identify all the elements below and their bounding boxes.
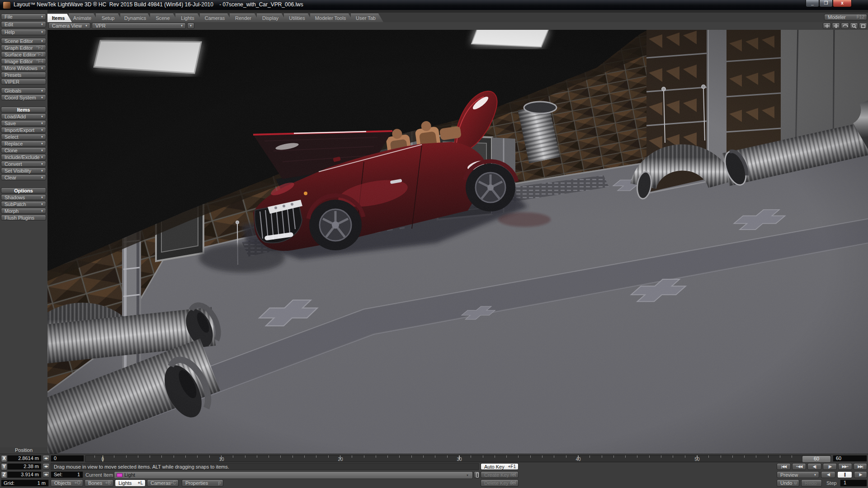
maximize-viewport-button[interactable] xyxy=(859,23,867,29)
auto-key-button[interactable]: Auto Key +F1 xyxy=(481,463,519,470)
tab-animate[interactable]: Animate xyxy=(69,14,99,22)
minimize-button[interactable]: _ xyxy=(806,0,819,7)
item-properties-mini-button[interactable] xyxy=(474,471,480,478)
tab-modeler-tools[interactable]: Modeler Tools xyxy=(310,14,354,22)
modeler-launch-button[interactable]: Modeler F12 xyxy=(824,14,867,20)
file-menu[interactable]: File▼ xyxy=(1,14,46,20)
tab-user-tab[interactable]: User Tab xyxy=(351,14,383,22)
left-sidebar: File▼ Edit▼ Help▼ Scene Editor▼ Graph Ed… xyxy=(0,10,47,488)
help-menu[interactable]: Help▼ xyxy=(1,29,46,35)
chevron-down-icon: ▼ xyxy=(41,22,43,27)
sidebar-item-image-editor[interactable]: Image Editor^F4 xyxy=(1,58,46,64)
x-stepper[interactable]: ◀▶ xyxy=(42,455,50,461)
y-value-field[interactable]: 2.38 m xyxy=(7,463,42,470)
tab-scene[interactable]: Scene xyxy=(150,14,178,22)
y-axis-button[interactable]: Y xyxy=(1,463,7,470)
current-frame-field[interactable]: 0 xyxy=(51,455,84,462)
sidebar-item-scene-editor[interactable]: Scene Editor▼ xyxy=(1,38,46,44)
z-stepper[interactable]: ◀▶ xyxy=(42,471,50,478)
current-item-dropdown[interactable]: Light ▼ xyxy=(114,471,473,479)
sidebar-item-clear[interactable]: Clear▼ xyxy=(1,174,46,180)
sidebar-item-include-exclude[interactable]: Include/Exclude▼ xyxy=(1,154,46,160)
chevron-down-icon: ▼ xyxy=(41,208,43,214)
sidebar-item-flush-plugins[interactable]: Flush Plugins xyxy=(1,215,46,221)
x-value-field[interactable]: 2.8614 m xyxy=(7,455,42,462)
sidebar-item-shadows[interactable]: Shadows▼ xyxy=(1,194,46,200)
sidebar-item-globals[interactable]: Globals▼ xyxy=(1,88,46,94)
delete-key-button[interactable]: Delete Key del xyxy=(481,479,519,487)
center-item-button[interactable] xyxy=(823,23,831,29)
chevron-down-icon: ▼ xyxy=(41,148,43,153)
go-last-frame-button[interactable]: ▶▶| xyxy=(854,463,867,470)
render-mode-dropdown[interactable]: VPR ▼ xyxy=(92,23,186,29)
prev-frame-button[interactable]: ◀|| xyxy=(807,463,821,470)
preview-dropdown[interactable]: Preview ▼ xyxy=(777,471,819,478)
tab-dynamics[interactable]: Dynamics xyxy=(120,14,153,22)
next-frame-button[interactable]: ||▶ xyxy=(823,463,837,470)
sidebar-item-replace[interactable]: Replace▼ xyxy=(1,141,46,146)
sidebar-item-coord-system[interactable]: Coord System▼ xyxy=(1,94,46,100)
sidebar-item-import-export[interactable]: Import/Export▼ xyxy=(1,127,46,133)
x-axis-button[interactable]: X xyxy=(1,455,7,462)
redo-button[interactable]: Redo xyxy=(801,479,822,487)
magnifier-icon xyxy=(852,24,857,28)
sidebar-item-convert[interactable]: Convert▼ xyxy=(1,161,46,167)
play-button[interactable]: ▶ xyxy=(854,471,867,478)
step-field[interactable]: 1 xyxy=(840,479,867,487)
tab-cameras[interactable]: Cameras xyxy=(200,14,232,22)
chevron-down-icon: ▼ xyxy=(41,155,43,160)
sidebar-header-options: Options xyxy=(1,188,46,193)
chevron-down-icon: ▼ xyxy=(41,127,43,133)
frame-slider-handle[interactable]: 60 xyxy=(802,455,831,463)
edit-menu[interactable]: Edit▼ xyxy=(1,21,46,28)
play-reverse-button[interactable]: ◀ xyxy=(821,471,835,478)
sidebar-item-more-windows[interactable]: More Windows▼ xyxy=(1,65,46,71)
sidebar-item-save[interactable]: Save▼ xyxy=(1,120,46,126)
z-value-field[interactable]: 3.914 m xyxy=(7,471,42,478)
sidebar-item-set-visibility[interactable]: Set Visibility▼ xyxy=(1,168,46,174)
current-item-label: Current Item xyxy=(85,472,113,478)
last-frame-field[interactable]: 60 xyxy=(833,455,867,462)
sidebar-item-presets[interactable]: Presets xyxy=(1,72,46,78)
tab-utilities[interactable]: Utilities xyxy=(284,14,313,22)
objects-mode-button[interactable]: Objects+O xyxy=(51,479,83,487)
view-mode-dropdown[interactable]: Camera View ▼ xyxy=(48,23,90,29)
grid-size-field: Grid: 1 m xyxy=(1,479,49,487)
tab-items[interactable]: Items xyxy=(47,14,72,22)
restore-button[interactable]: ❐ xyxy=(819,0,833,7)
tab-setup[interactable]: Setup xyxy=(96,14,123,22)
cameras-mode-button[interactable]: Cameras+C xyxy=(147,479,179,487)
playhead[interactable] xyxy=(103,455,103,462)
z-axis-button[interactable]: Z xyxy=(1,471,7,479)
timeline-ruler[interactable]: 0 10 20 30 40 50 60 xyxy=(85,455,831,462)
prev-key-button[interactable]: +◀◀ xyxy=(792,463,806,470)
step-label: Step xyxy=(826,480,837,486)
sidebar-item-morph[interactable]: Morph▼ xyxy=(1,208,46,214)
sidebar-item-clone[interactable]: Clone▼ xyxy=(1,147,46,153)
go-first-frame-button[interactable]: |◀◀ xyxy=(777,463,791,470)
sidebar-item-viper[interactable]: VIPER xyxy=(1,79,46,84)
properties-button[interactable]: Propertiesp xyxy=(182,479,223,487)
rotate-view-button[interactable] xyxy=(841,23,849,29)
sidebar-item-subpatch[interactable]: SubPatch▼ xyxy=(1,201,46,207)
undo-button[interactable]: Undou xyxy=(777,479,799,487)
chevron-down-icon: ▼ xyxy=(41,202,43,207)
tab-lights[interactable]: Lights xyxy=(175,14,203,22)
bones-mode-button[interactable]: Bones+B xyxy=(85,479,113,487)
pause-button[interactable]: || xyxy=(837,471,852,478)
create-key-button[interactable]: Create Key ret xyxy=(481,471,519,478)
tab-display[interactable]: Display xyxy=(257,14,287,22)
lights-mode-button[interactable]: Lights+L xyxy=(115,479,146,487)
tab-render[interactable]: Render xyxy=(230,14,259,22)
viewport-3d-scene[interactable] xyxy=(47,30,868,454)
sidebar-item-load-add[interactable]: Load/Add▼ xyxy=(1,113,46,119)
sidebar-item-surface-editor[interactable]: Surface Editor^F3 xyxy=(1,52,46,57)
sidebar-item-select[interactable]: Select▼ xyxy=(1,134,46,140)
close-button[interactable]: x xyxy=(833,0,852,7)
y-stepper[interactable]: ◀▶ xyxy=(42,463,50,469)
sidebar-item-graph-editor[interactable]: Graph Editor^F2 xyxy=(1,45,46,51)
next-key-button[interactable]: ▶▶+ xyxy=(838,463,852,470)
pan-view-button[interactable] xyxy=(832,23,840,29)
viewport-options-dropdown[interactable]: ▼ xyxy=(187,23,194,29)
zoom-view-button[interactable] xyxy=(850,23,858,29)
